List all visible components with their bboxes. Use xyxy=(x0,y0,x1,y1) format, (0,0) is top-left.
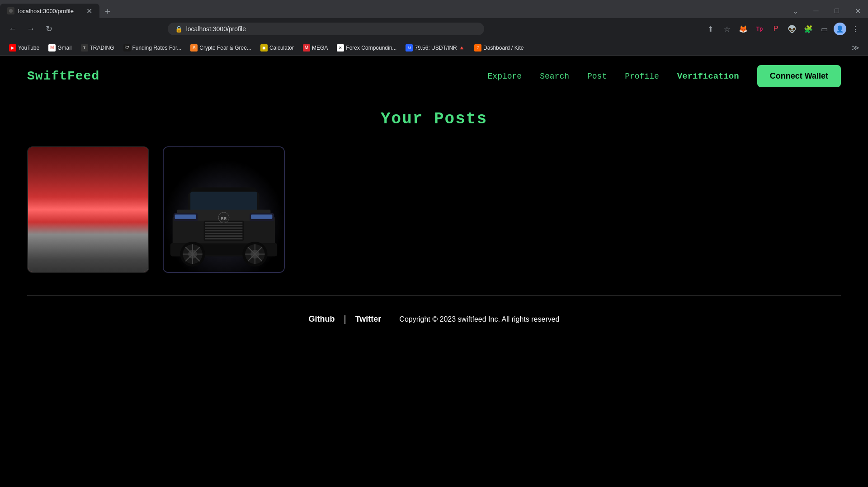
footer-twitter-link[interactable]: Twitter xyxy=(355,314,382,324)
svg-rect-12 xyxy=(28,236,148,238)
brand-logo[interactable]: SwiftFeed xyxy=(27,69,99,83)
connect-wallet-button[interactable]: Connect Wallet xyxy=(757,65,841,87)
browser-ext-tp[interactable]: Tp xyxy=(752,22,767,36)
close-tab-icon[interactable]: ✕ xyxy=(86,7,92,15)
close-window-button[interactable]: ✕ xyxy=(847,2,868,20)
red-car-svg xyxy=(28,147,148,272)
bookmark-funding[interactable]: 🛡 Funding Rates For... xyxy=(120,42,185,53)
footer: Github | Twitter Copyright © 2023 swiftf… xyxy=(0,305,868,333)
bookmark-trading[interactable]: T TRADING xyxy=(77,42,118,53)
footer-github-link[interactable]: Github xyxy=(308,314,335,324)
bookmark-gmail[interactable]: M Gmail xyxy=(45,42,75,53)
post-image-2: RR xyxy=(164,147,284,272)
svg-rect-10 xyxy=(33,210,144,213)
svg-point-19 xyxy=(112,225,124,232)
footer-copyright: Copyright © 2023 swiftfeed Inc. All righ… xyxy=(399,315,559,323)
chevron-down-icon[interactable]: ⌄ xyxy=(785,2,806,20)
svg-rect-5 xyxy=(33,165,144,169)
browser-toolbar: ← → ↻ 🔒 localhost:3000/profile ⬆ ☆ 🦊 Tp … xyxy=(0,18,868,40)
browser-ext-pocket[interactable]: P xyxy=(769,22,783,36)
main-content: Your Posts xyxy=(0,96,868,286)
svg-rect-14 xyxy=(50,228,59,231)
mega-favicon: M xyxy=(303,44,310,52)
bookmark-mega[interactable]: M MEGA xyxy=(299,42,331,53)
bookmarks-more-button[interactable]: ≫ xyxy=(848,41,863,55)
browser-tabs-bar: localhost:3000/profile ✕ ＋ ⌄ ─ □ ✕ xyxy=(0,0,868,18)
funding-favicon: 🛡 xyxy=(123,44,131,52)
svg-rect-36 xyxy=(205,230,243,231)
nav-verification[interactable]: Verification xyxy=(677,71,739,81)
new-tab-button[interactable]: ＋ xyxy=(99,5,116,17)
post-card-1[interactable] xyxy=(27,146,149,273)
svg-rect-45 xyxy=(251,215,272,219)
bookmark-calculator-label: Calculator xyxy=(269,45,294,51)
bookmark-crypto-label: Crypto Fear & Gree... xyxy=(199,45,251,51)
browser-ext-reddit[interactable]: 👽 xyxy=(785,22,799,36)
svg-point-1 xyxy=(9,9,13,13)
svg-rect-39 xyxy=(205,238,243,239)
toolbar-icons: ⬆ ☆ 🦊 Tp P 👽 🧩 ▭ 👤 ⋮ xyxy=(703,22,863,36)
address-bar[interactable]: 🔒 localhost:3000/profile xyxy=(168,23,484,35)
usdt-favicon: M xyxy=(406,44,413,52)
maximize-button[interactable]: □ xyxy=(826,2,847,20)
back-button[interactable]: ← xyxy=(5,22,20,36)
bookmark-youtube[interactable]: ▶ YouTube xyxy=(5,42,43,53)
bookmark-calculator[interactable]: ◆ Calculator xyxy=(257,42,297,53)
bookmarks-bar: ▶ YouTube M Gmail T TRADING 🛡 Funding Ra… xyxy=(0,40,868,56)
minimize-button[interactable]: ─ xyxy=(806,2,826,20)
post-card-2[interactable]: RR xyxy=(163,146,285,273)
reload-button[interactable]: ↻ xyxy=(42,22,56,36)
bookmark-gmail-label: Gmail xyxy=(57,45,71,51)
svg-point-21 xyxy=(59,234,73,248)
bookmark-dashboard-label: Dashboard / Kite xyxy=(483,45,524,51)
svg-rect-16 xyxy=(61,229,77,235)
bookmark-dashboard[interactable]: Z Dashboard / Kite xyxy=(471,42,527,53)
menu-icon[interactable]: ⋮ xyxy=(848,22,863,36)
svg-rect-2 xyxy=(28,147,148,272)
bookmark-funding-label: Funding Rates For... xyxy=(132,45,182,51)
svg-rect-8 xyxy=(33,192,144,196)
nav-search[interactable]: Search xyxy=(540,72,569,81)
trading-favicon: T xyxy=(81,44,88,52)
bookmark-crypto[interactable]: A Crypto Fear & Gree... xyxy=(187,42,255,53)
navbar: SwiftFeed Explore Search Post Profile Ve… xyxy=(0,56,868,96)
dashboard-favicon: Z xyxy=(474,44,481,52)
nav-profile[interactable]: Profile xyxy=(625,72,659,81)
nav-post[interactable]: Post xyxy=(587,72,607,81)
more-bookmarks-icon[interactable]: ≫ xyxy=(848,41,863,55)
share-icon[interactable]: ⬆ xyxy=(703,22,718,36)
bookmark-star-icon[interactable]: ☆ xyxy=(720,22,734,36)
svg-rect-38 xyxy=(205,235,243,237)
svg-point-20 xyxy=(56,231,75,250)
svg-point-25 xyxy=(107,237,114,244)
svg-rect-9 xyxy=(33,201,144,204)
bookmark-usdt[interactable]: M 79.56: USDT/INR 🔺 xyxy=(402,42,469,53)
forward-button[interactable]: → xyxy=(24,22,38,36)
youtube-favicon: ▶ xyxy=(9,44,16,52)
browser-chrome: localhost:3000/profile ✕ ＋ ⌄ ─ □ ✕ ← → ↻… xyxy=(0,0,868,56)
svg-rect-6 xyxy=(33,174,144,178)
bookmark-forex[interactable]: ✕ Forex Compoundin... xyxy=(333,42,400,53)
svg-point-23 xyxy=(101,231,120,250)
svg-rect-11 xyxy=(28,236,148,272)
window-controls: ⌄ ─ □ ✕ xyxy=(785,2,868,20)
footer-separator: | xyxy=(344,314,346,324)
nav-explore[interactable]: Explore xyxy=(488,72,522,81)
footer-divider xyxy=(27,295,841,296)
svg-rect-43 xyxy=(175,215,196,219)
nav-links: Explore Search Post Profile Verification xyxy=(488,71,739,81)
svg-rect-7 xyxy=(33,183,144,187)
split-view-icon[interactable]: ▭ xyxy=(817,22,832,36)
bookmark-youtube-label: YouTube xyxy=(18,45,39,51)
svg-rect-3 xyxy=(28,147,148,272)
svg-point-13 xyxy=(39,217,137,242)
browser-ext-fox[interactable]: 🦊 xyxy=(736,22,750,36)
calculator-favicon: ◆ xyxy=(260,44,268,52)
active-tab[interactable]: localhost:3000/profile ✕ xyxy=(0,4,99,18)
browser-ext-puzzle[interactable]: 🧩 xyxy=(801,22,816,36)
app-content: SwiftFeed Explore Search Post Profile Ve… xyxy=(0,56,868,454)
svg-rect-17 xyxy=(99,229,115,235)
browser-profile-avatar[interactable]: 👤 xyxy=(834,23,846,35)
svg-rect-15 xyxy=(117,228,126,231)
svg-text:RR: RR xyxy=(221,216,227,221)
